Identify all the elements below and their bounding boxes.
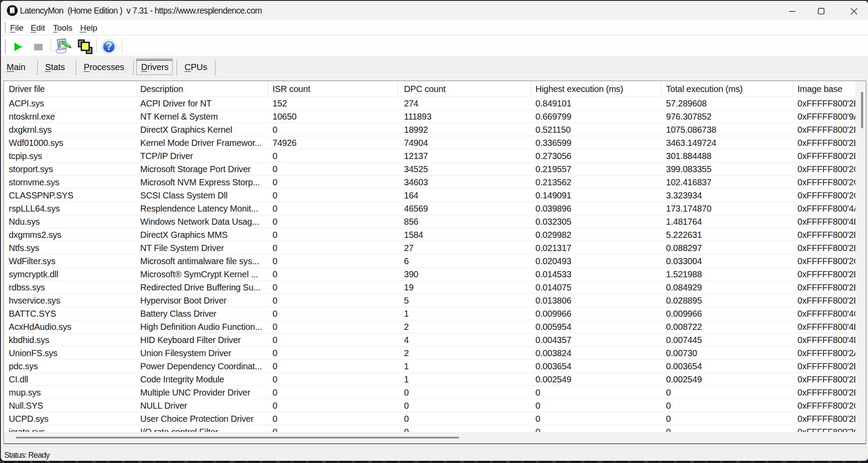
svg-text:?: ? bbox=[106, 41, 112, 52]
